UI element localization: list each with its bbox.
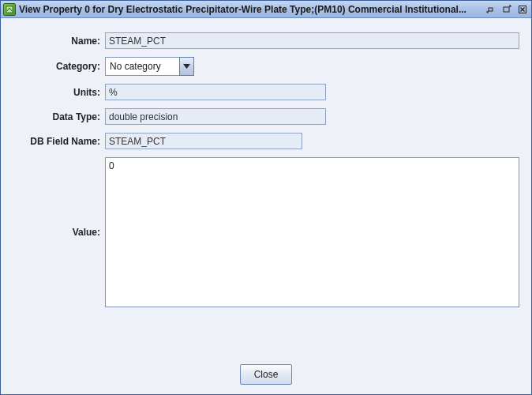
db-field-name-field: STEAM_PCT: [105, 133, 302, 149]
category-selected-text: No category: [105, 57, 179, 76]
category-label: Category:: [17, 61, 102, 72]
maximize-button[interactable]: [500, 3, 514, 16]
units-field: %: [105, 84, 326, 100]
name-label: Name:: [17, 36, 102, 47]
data-type-label: Data Type:: [17, 111, 102, 122]
data-type-value: double precision: [109, 111, 178, 122]
svg-rect-2: [504, 7, 509, 12]
property-form: Name: STEAM_PCT Category: No category Un…: [17, 32, 515, 307]
units-value: %: [109, 87, 118, 98]
data-type-field: double precision: [105, 108, 326, 125]
chevron-down-icon[interactable]: [179, 57, 194, 76]
name-value: STEAM_PCT: [109, 36, 166, 47]
value-textarea[interactable]: 0: [105, 157, 519, 307]
content-area: Name: STEAM_PCT Category: No category Un…: [1, 18, 531, 355]
window-title: View Property 0 for Dry Electrostatic Pr…: [19, 4, 481, 15]
window-controls: [484, 3, 530, 16]
minimize-button[interactable]: [484, 3, 498, 16]
value-text: 0: [109, 160, 114, 171]
close-button-label: Close: [254, 369, 279, 380]
category-select[interactable]: No category: [105, 57, 194, 76]
units-label: Units:: [17, 87, 102, 98]
value-label: Value:: [17, 227, 102, 238]
close-window-button[interactable]: [515, 3, 530, 16]
db-field-name-value: STEAM_PCT: [109, 136, 166, 147]
property-window: View Property 0 for Dry Electrostatic Pr…: [0, 0, 532, 395]
footer: Close: [1, 355, 531, 394]
name-field: STEAM_PCT: [105, 32, 519, 49]
app-icon: [3, 3, 16, 16]
close-button[interactable]: Close: [240, 364, 292, 385]
db-field-name-label: DB Field Name:: [17, 136, 102, 147]
titlebar: View Property 0 for Dry Electrostatic Pr…: [1, 1, 531, 18]
